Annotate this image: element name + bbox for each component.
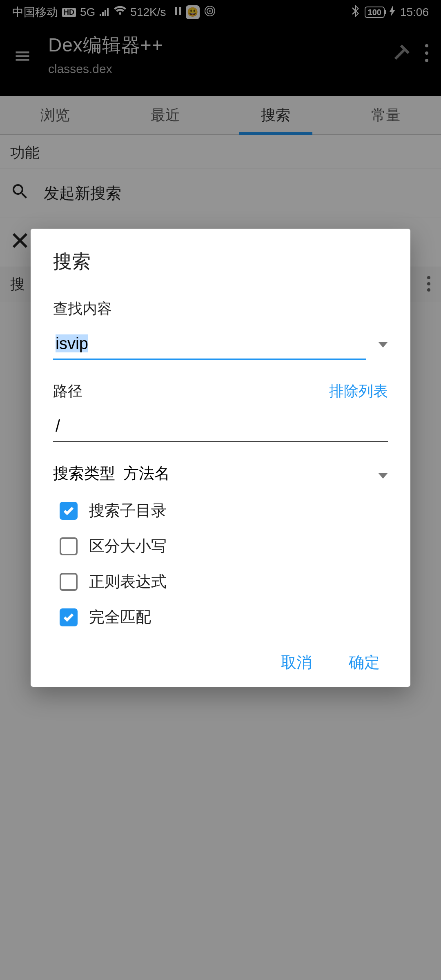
check-subdir-label: 搜索子目录 (89, 500, 167, 521)
path-input[interactable] (53, 413, 388, 442)
check-case[interactable]: 区分大小写 (60, 536, 388, 557)
find-history-dropdown[interactable] (378, 342, 388, 349)
checkbox-on-icon (60, 502, 78, 520)
check-exact-label: 完全匹配 (89, 607, 151, 628)
checkbox-on-icon (60, 608, 78, 626)
ok-button[interactable]: 确定 (349, 652, 380, 673)
checkbox-off-icon (60, 537, 78, 555)
find-input-value: isvip (56, 334, 88, 352)
check-regex[interactable]: 正则表达式 (60, 571, 388, 592)
path-label: 路径 (53, 381, 82, 401)
cancel-button[interactable]: 取消 (281, 652, 312, 673)
checkbox-off-icon (60, 573, 78, 591)
search-type-label: 搜索类型 (53, 463, 115, 484)
check-subdir[interactable]: 搜索子目录 (60, 500, 388, 521)
check-exact[interactable]: 完全匹配 (60, 607, 388, 628)
find-label: 查找内容 (53, 299, 388, 319)
search-type-dropdown[interactable] (378, 465, 388, 482)
dialog-title: 搜索 (53, 249, 388, 274)
search-type-value: 方法名 (123, 463, 170, 484)
check-case-label: 区分大小写 (89, 536, 167, 557)
search-dialog: 搜索 查找内容 isvip 路径 排除列表 搜索类型 方法名 搜索子目录 区分大… (31, 229, 410, 687)
exclude-list-link[interactable]: 排除列表 (329, 381, 388, 401)
find-input[interactable]: isvip (53, 330, 366, 360)
check-regex-label: 正则表达式 (89, 571, 167, 592)
